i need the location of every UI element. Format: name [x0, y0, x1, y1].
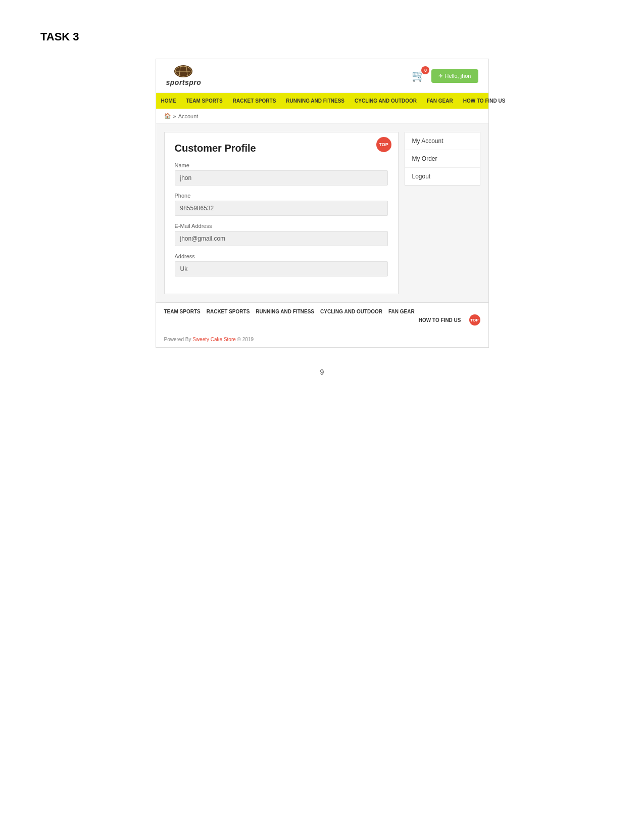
- nav-how-to-find-us[interactable]: HOW TO FIND US: [458, 93, 511, 109]
- nav-racket-sports[interactable]: RACKET SPORTS: [228, 93, 281, 109]
- footer-fan-gear[interactable]: FAN GEAR: [388, 309, 421, 314]
- email-label: E-Mail Address: [175, 223, 388, 229]
- footer-top-button[interactable]: TOP: [469, 314, 480, 326]
- header-right: 🛒 0 ✈ Hello, jhon: [412, 69, 478, 83]
- footer-how-to-find-us[interactable]: HOW TO FIND US: [419, 317, 467, 323]
- footer-racket-sports[interactable]: RACKET SPORTS: [207, 309, 256, 314]
- sidebar-my-order[interactable]: My Order: [405, 150, 480, 168]
- name-value: jhon: [175, 170, 388, 186]
- nav-cycling-outdoor[interactable]: CYCLING AND OUTDOOR: [350, 93, 422, 109]
- powered-by-suffix: © 2019: [236, 337, 254, 342]
- nav-team-sports[interactable]: TEAM SPORTS: [181, 93, 228, 109]
- task-title: TASK 3: [40, 30, 604, 43]
- breadcrumb-separator: »: [173, 113, 176, 119]
- site-header: sportspro 🛒 0 ✈ Hello, jhon: [156, 59, 488, 93]
- phone-value: 9855986532: [175, 201, 388, 216]
- cart-button[interactable]: 🛒 0: [412, 69, 425, 82]
- powered-by: Powered By Sweety Cake Store © 2019: [156, 332, 488, 347]
- nav-home[interactable]: HOME: [156, 93, 181, 109]
- footer-running-fitness[interactable]: RUNNING AND FITNESS: [256, 309, 320, 314]
- page-number: 9: [40, 368, 604, 376]
- address-field-group: Address Uk: [175, 253, 388, 276]
- account-sidebar: My Account My Order Logout: [405, 132, 480, 186]
- footer-nav-right: HOW TO FIND US TOP: [419, 314, 480, 326]
- main-content: Customer Profile Name jhon Phone 9855986…: [156, 124, 488, 302]
- profile-card: Customer Profile Name jhon Phone 9855986…: [164, 132, 399, 294]
- name-field-group: Name jhon: [175, 162, 388, 186]
- logo-area: sportspro: [166, 65, 202, 86]
- address-value: Uk: [175, 261, 388, 276]
- powered-by-text: Powered By: [164, 337, 193, 342]
- breadcrumb-current: Account: [178, 113, 199, 119]
- footer-cycling-outdoor[interactable]: CYCLING AND OUTDOOR: [320, 309, 388, 314]
- nav-running-fitness[interactable]: RUNNING AND FITNESS: [281, 93, 350, 109]
- hello-button[interactable]: ✈ Hello, jhon: [431, 69, 478, 83]
- breadcrumb-home[interactable]: 🏠: [164, 113, 171, 119]
- logo-ball-icon: [174, 65, 192, 77]
- sidebar-my-account[interactable]: My Account: [405, 132, 480, 150]
- nav-fan-gear[interactable]: FAN GEAR: [422, 93, 458, 109]
- logo-text: sportspro: [166, 78, 202, 86]
- name-label: Name: [175, 162, 388, 168]
- site-container: sportspro 🛒 0 ✈ Hello, jhon HOME TEAM SP…: [156, 59, 489, 348]
- email-field-group: E-Mail Address jhon@gmail.com: [175, 223, 388, 246]
- top-button[interactable]: TOP: [376, 137, 391, 152]
- site-nav: HOME TEAM SPORTS RACKET SPORTS RUNNING A…: [156, 93, 488, 109]
- footer-team-sports[interactable]: TEAM SPORTS: [164, 309, 207, 314]
- powered-by-link[interactable]: Sweety Cake Store: [192, 337, 236, 342]
- footer-nav: TEAM SPORTS RACKET SPORTS RUNNING AND FI…: [156, 302, 488, 332]
- cart-badge: 0: [421, 66, 429, 74]
- breadcrumb: 🏠 » Account: [156, 109, 488, 124]
- phone-field-group: Phone 9855986532: [175, 193, 388, 216]
- profile-title: Customer Profile: [175, 143, 388, 154]
- phone-label: Phone: [175, 193, 388, 199]
- address-label: Address: [175, 253, 388, 259]
- sidebar-logout[interactable]: Logout: [405, 168, 480, 185]
- email-value: jhon@gmail.com: [175, 231, 388, 246]
- page-wrapper: TASK 3 sportspro 🛒 0: [0, 0, 644, 834]
